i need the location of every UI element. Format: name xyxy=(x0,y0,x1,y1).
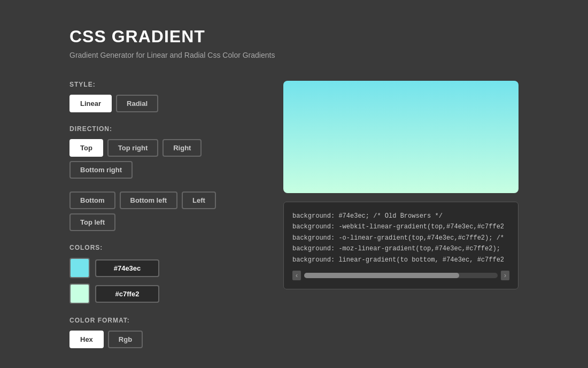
colors-section: COLORS: xyxy=(69,244,262,304)
color2-input[interactable] xyxy=(95,285,159,303)
format-label: COLOR FORMAT: xyxy=(69,317,262,324)
format-rgb-button[interactable]: Rgb xyxy=(108,331,143,348)
dir-top-right-button[interactable]: Top right xyxy=(107,139,158,157)
dir-right-button[interactable]: Right xyxy=(163,139,202,157)
content-area: STYLE: Linear Radial DIRECTION: Top Top … xyxy=(69,81,519,361)
code-box: background: #74e3ec; /* Old Browsers */ … xyxy=(283,202,519,289)
code-scrollbar: ‹ › xyxy=(292,271,509,280)
dir-top-left-button[interactable]: Top left xyxy=(69,213,115,231)
style-button-group: Linear Radial xyxy=(69,95,262,112)
dir-bottom-left-button[interactable]: Bottom left xyxy=(120,191,178,209)
format-hex-button[interactable]: Hex xyxy=(69,331,104,348)
color1-input[interactable] xyxy=(95,259,159,277)
scrollbar-track[interactable] xyxy=(304,273,498,278)
code-content: background: #74e3ec; /* Old Browsers */ … xyxy=(292,211,509,265)
scrollbar-left-arrow[interactable]: ‹ xyxy=(292,271,301,280)
scrollbar-right-arrow[interactable]: › xyxy=(501,271,509,280)
color2-swatch[interactable] xyxy=(69,283,90,304)
color-row-2 xyxy=(69,283,262,304)
gradient-preview xyxy=(283,81,519,193)
dir-bottom-button[interactable]: Bottom xyxy=(69,191,115,209)
scrollbar-thumb xyxy=(304,273,459,278)
color1-swatch[interactable] xyxy=(69,258,90,278)
direction-label: DIRECTION: xyxy=(69,125,262,133)
direction-row2: Bottom Bottom left Left Top left xyxy=(69,191,262,231)
dir-top-button[interactable]: Top xyxy=(69,139,103,157)
colors-label: COLORS: xyxy=(69,244,262,251)
direction-row1: Top Top right Right Bottom right xyxy=(69,139,262,179)
controls-panel: STYLE: Linear Radial DIRECTION: Top Top … xyxy=(69,81,262,361)
format-button-group: Hex Rgb xyxy=(69,331,262,348)
dir-bottom-right-button[interactable]: Bottom right xyxy=(69,161,133,179)
main-content: CSS GRADIENT Gradient Generator for Line… xyxy=(0,0,588,368)
style-label: STYLE: xyxy=(69,81,262,88)
preview-area: background: #74e3ec; /* Old Browsers */ … xyxy=(283,81,519,289)
color-row-1 xyxy=(69,258,262,278)
page-subtitle: Gradient Generator for Linear and Radial… xyxy=(69,51,519,59)
style-linear-button[interactable]: Linear xyxy=(69,95,112,112)
dir-left-button[interactable]: Left xyxy=(182,191,216,209)
page-title: CSS GRADIENT xyxy=(69,27,519,47)
style-radial-button[interactable]: Radial xyxy=(116,95,158,112)
